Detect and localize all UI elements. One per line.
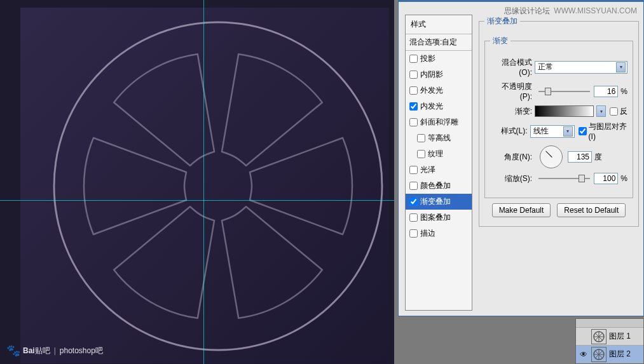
- align-checkbox[interactable]: 与图层对齐(I): [579, 121, 627, 141]
- gradient-swatch[interactable]: [535, 105, 594, 117]
- guide-vertical[interactable]: [203, 0, 204, 364]
- make-default-button[interactable]: Make Default: [492, 203, 551, 217]
- style-select[interactable]: 线性 ▾: [530, 125, 575, 138]
- style-checkbox[interactable]: [409, 55, 418, 63]
- blend-mode-label: 混合模式(O):: [490, 57, 535, 77]
- style-item-1[interactable]: 内阴影: [406, 67, 472, 83]
- paw-icon: 🐾: [6, 344, 20, 358]
- guide-horizontal[interactable]: [0, 200, 394, 201]
- chevron-down-icon[interactable]: ▾: [596, 105, 606, 117]
- opacity-slider[interactable]: [538, 91, 590, 92]
- style-item-0[interactable]: 投影: [406, 51, 472, 67]
- style-item-10[interactable]: 图案叠加: [406, 210, 472, 226]
- layer-row[interactable]: 图层 1: [576, 328, 643, 346]
- style-checkbox[interactable]: [409, 182, 418, 190]
- style-item-4[interactable]: 斜面和浮雕: [406, 114, 472, 130]
- watermark: 🐾 Bai贴吧 | photoshop吧: [6, 344, 103, 358]
- scale-label: 缩放(S):: [490, 173, 535, 184]
- visibility-icon[interactable]: 👁: [579, 350, 589, 359]
- style-item-5[interactable]: 等高线: [406, 130, 472, 146]
- reset-default-button[interactable]: Reset to Default: [557, 203, 626, 217]
- layer-name: 图层 1: [609, 331, 631, 342]
- style-item-11[interactable]: 描边: [406, 226, 472, 241]
- style-item-6[interactable]: 纹理: [406, 146, 472, 162]
- style-checkbox[interactable]: [409, 213, 418, 222]
- gradient-group-label: 渐变: [490, 36, 510, 46]
- style-item-7[interactable]: 光泽: [406, 162, 472, 178]
- chevron-down-icon: ▾: [563, 126, 573, 137]
- angle-input[interactable]: 135: [568, 151, 592, 163]
- style-item-3[interactable]: 内发光: [406, 98, 472, 114]
- canvas-document[interactable]: [20, 8, 389, 363]
- style-item-2[interactable]: 外发光: [406, 83, 472, 98]
- style-item-9[interactable]: 渐变叠加: [406, 194, 472, 210]
- style-checkbox[interactable]: [409, 166, 418, 174]
- style-checkbox[interactable]: [409, 229, 418, 238]
- layer-name: 图层 2: [609, 349, 631, 360]
- gradient-overlay-settings: 渐变叠加 渐变 混合模式(O): 正常 ▾ 不透明度(P): 16 %: [477, 15, 640, 228]
- wheel-shape: [48, 17, 388, 356]
- reverse-checkbox[interactable]: 反: [610, 106, 627, 117]
- style-checkbox[interactable]: [417, 150, 425, 158]
- layers-panel: 图层 1👁图层 2: [575, 318, 644, 364]
- scale-slider[interactable]: [538, 178, 590, 179]
- style-label: 样式(L):: [490, 126, 530, 137]
- angle-label: 角度(N):: [490, 152, 535, 163]
- section-title: 渐变叠加: [484, 16, 520, 27]
- chevron-down-icon: ▾: [616, 62, 626, 72]
- scale-input[interactable]: 100: [594, 173, 618, 184]
- style-checkbox[interactable]: [409, 71, 418, 79]
- layer-thumbnail: [591, 347, 606, 362]
- gradient-label: 渐变:: [490, 106, 535, 117]
- layer-row[interactable]: 👁图层 2: [576, 346, 643, 363]
- layer-style-dialog: 思缘设计论坛 WWW.MISSYUAN.COM 样式 混合选项:自定 投影内阴影…: [398, 0, 644, 316]
- style-checkbox[interactable]: [409, 198, 418, 206]
- opacity-label: 不透明度(P):: [490, 81, 535, 101]
- blending-options-row[interactable]: 混合选项:自定: [406, 34, 472, 50]
- style-checkbox[interactable]: [409, 86, 418, 95]
- layer-thumbnail: [591, 329, 606, 344]
- canvas-area[interactable]: [0, 0, 394, 364]
- style-item-8[interactable]: 颜色叠加: [406, 178, 472, 194]
- styles-title: 样式: [406, 15, 472, 34]
- opacity-input[interactable]: 16: [594, 86, 618, 97]
- style-checkbox[interactable]: [409, 102, 418, 111]
- angle-dial[interactable]: [540, 145, 563, 168]
- blend-mode-select[interactable]: 正常 ▾: [535, 61, 627, 74]
- style-checkbox[interactable]: [409, 118, 418, 126]
- style-checkbox[interactable]: [417, 134, 425, 142]
- styles-list-panel: 样式 混合选项:自定 投影内阴影外发光内发光斜面和浮雕等高线纹理光泽颜色叠加渐变…: [405, 15, 472, 311]
